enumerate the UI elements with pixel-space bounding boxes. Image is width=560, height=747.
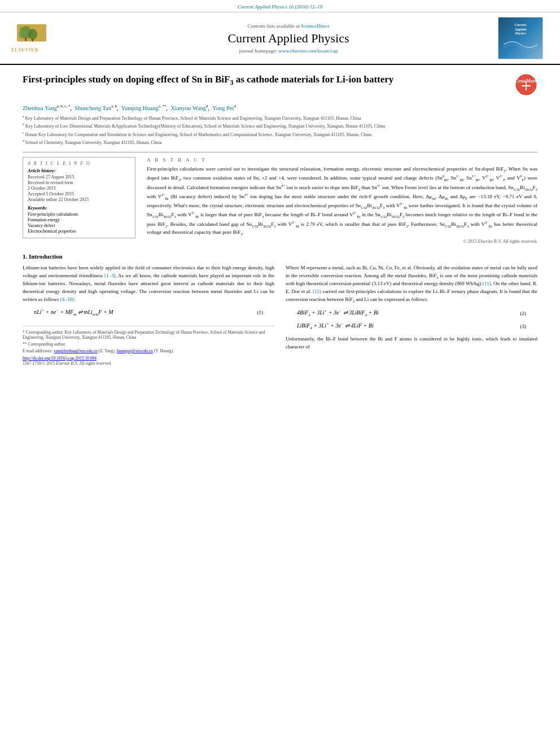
ref-11[interactable]: [11] xyxy=(483,281,491,286)
top-bar: Current Applied Physics 16 (2016) 12–19 xyxy=(0,0,560,12)
homepage-url[interactable]: www.elsevier.com/locate/cap xyxy=(278,48,338,54)
intro-para-1: Lithium-ion batteries have been widely a… xyxy=(23,264,274,304)
equation-2-block: 4BiF3 + 3Li+ + 3e− ⇌ 3LiBiF4 + Bi (2) xyxy=(297,309,526,317)
keywords-section: Keywords: First-principles calculations … xyxy=(28,206,130,234)
author-pei[interactable]: Yong Pei xyxy=(212,105,234,111)
author-yang[interactable]: Zhenhua Yang xyxy=(23,105,57,111)
equation-3-number: (3) xyxy=(520,324,527,329)
elsevier-logo: 🌿 ELSEVIER xyxy=(11,24,68,53)
email-yang[interactable]: yangzhenhua@xtu.edu.cn xyxy=(54,348,98,353)
homepage-text: journal homepage: xyxy=(239,48,277,54)
keyword-1: First-principles calculations xyxy=(28,212,130,217)
page: Current Applied Physics 16 (2016) 12–19 … xyxy=(0,0,560,747)
keyword-4: Electrochemical properties xyxy=(28,229,130,234)
info-abstract-section: A R T I C L E I N F O Article history: R… xyxy=(23,157,537,244)
science-direct-link[interactable]: ScienceDirect xyxy=(301,23,329,29)
email-note: E-mail addresses: yangzhenhua@xtu.edu.cn… xyxy=(23,348,274,353)
elsevier-logo-area: 🌿 ELSEVIER xyxy=(11,24,79,53)
svg-point-4 xyxy=(19,29,26,38)
body-left: Lithium-ion batteries have been widely a… xyxy=(23,264,274,368)
crossmark-logo: CrossMark xyxy=(515,73,537,96)
equation-3-block: LiBiF4 + 3Li+ + 3e− ⇌ 4LiF + Bi (3) xyxy=(297,322,526,330)
journal-header-center: Contents lists available at ScienceDirec… xyxy=(79,23,498,54)
received-revised-label: Received in revised form xyxy=(28,180,130,185)
abstract-title: A B S T R A C T xyxy=(147,157,537,163)
journal-header-right: Current Applied Physics xyxy=(498,17,549,59)
affil-c: c Hunan Key Laboratory for Computation a… xyxy=(23,130,537,138)
history-title: Article history: xyxy=(28,168,130,173)
journal-title: Current Applied Physics xyxy=(79,31,498,46)
introduction-section: 1. Introduction Lithium-ion batteries ha… xyxy=(23,253,537,368)
article-title: First-principles study on doping effect … xyxy=(23,73,393,88)
doi-anchor[interactable]: http://dx.doi.org/10.1016/j.cap.2015.10.… xyxy=(23,356,97,361)
abstract-column: A B S T R A C T First-principles calcula… xyxy=(147,157,537,244)
section-divider xyxy=(23,152,537,152)
body-two-col: Lithium-ion batteries have been widely a… xyxy=(23,264,537,368)
article-info-box: A R T I C L E I N F O Article history: R… xyxy=(23,157,135,238)
journal-thumb-text: Current Applied Physics xyxy=(515,23,527,36)
svg-rect-5 xyxy=(25,38,26,41)
abstract-body: First-principles calculations were carri… xyxy=(147,165,537,237)
corresponding-note-1: * Corresponding author. Key Laboratory o… xyxy=(23,330,274,340)
ref-4-10[interactable]: [4–10] xyxy=(60,296,74,302)
keyword-3: Vacancy defect xyxy=(28,223,130,228)
contents-available-line: Contents lists available at ScienceDirec… xyxy=(79,23,498,29)
authors-line: Zhenhua Yanga, b, c, *, Shuncheng Tana, … xyxy=(23,104,537,111)
journal-header: 🌿 ELSEVIER Contents lists available at S… xyxy=(0,12,560,65)
article-content: First-principles study on doping effect … xyxy=(0,65,560,376)
equation-2-number: (2) xyxy=(520,311,527,316)
article-title-section: First-principles study on doping effect … xyxy=(23,73,537,99)
author-wang[interactable]: Xianyou Wang xyxy=(170,105,206,111)
ref-1-3[interactable]: [1–3] xyxy=(104,273,116,278)
homepage-line: journal homepage: www.elsevier.com/locat… xyxy=(79,48,498,54)
intro-para-3: Unfortunately, the Bi–F bond between the… xyxy=(286,335,537,351)
affil-b: b Key Laboratory of Low Dimensional Mate… xyxy=(23,122,537,130)
ref-12[interactable]: [12] xyxy=(313,289,321,294)
svg-point-3 xyxy=(28,29,37,40)
author-tan[interactable]: Shuncheng Tan xyxy=(75,105,111,111)
svg-rect-6 xyxy=(32,38,33,41)
body-right: Where M represents a metal, such as Bi, … xyxy=(286,264,537,368)
crossmark-icon: CrossMark xyxy=(515,73,537,96)
article-footer: * Corresponding author. Key Laboratory o… xyxy=(23,326,274,366)
corresponding-note-2: ** Corresponding author. xyxy=(23,342,274,347)
elsevier-name: ELSEVIER xyxy=(11,47,38,53)
email-huang[interactable]: huangyq@xtu.edu.cn xyxy=(117,348,153,353)
affil-d: d School of Chemistry, Xiangtan Universi… xyxy=(23,138,537,146)
issn-line: 1567-1739/© 2015 Elsevier B.V. All right… xyxy=(23,361,274,366)
copyright-line: © 2015 Elsevier B.V. All rights reserved… xyxy=(147,239,537,244)
keyword-2: Formation energy xyxy=(28,217,130,222)
affiliations: a Key Laboratory of Materials Design and… xyxy=(23,114,537,147)
intro-para-2: Where M represents a metal, such as Bi, … xyxy=(286,264,537,304)
journal-thumbnail: Current Applied Physics xyxy=(498,17,543,59)
intro-title: 1. Introduction xyxy=(23,253,537,260)
equation-1-formula: nLi+ + ne− + MFm ⇌ mLin/mF + M xyxy=(34,308,113,317)
elsevier-tree-icon: 🌿 xyxy=(11,24,68,47)
thumb-decoration-icon xyxy=(504,36,537,53)
accepted-date: Accepted 5 October 2015 xyxy=(28,191,130,196)
equation-1-block: nLi+ + ne− + MFm ⇌ mLin/mF + M (1) xyxy=(34,308,263,317)
available-online: Available online 22 October 2015 xyxy=(28,197,130,202)
equation-3-formula: LiBiF4 + 3Li+ + 3e− ⇌ 4LiF + Bi xyxy=(297,322,374,330)
received-revised-date: 2 October 2015 xyxy=(28,186,130,191)
doi-link: http://dx.doi.org/10.1016/j.cap.2015.10.… xyxy=(23,356,274,361)
received-date: Received 27 August 2015 xyxy=(28,174,130,180)
author-huang[interactable]: Yunqing Huang xyxy=(121,105,159,111)
contents-text: Contents lists available at xyxy=(248,23,300,29)
article-info-column: A R T I C L E I N F O Article history: R… xyxy=(23,157,135,244)
journal-ref-link[interactable]: Current Applied Physics 16 (2016) 12–19 xyxy=(238,4,322,10)
keywords-title: Keywords: xyxy=(28,206,130,211)
equation-2-formula: 4BiF3 + 3Li+ + 3e− ⇌ 3LiBiF4 + Bi xyxy=(297,309,379,317)
equation-1-number: (1) xyxy=(257,309,264,315)
article-info-title: A R T I C L E I N F O xyxy=(28,161,130,166)
affil-a: a Key Laboratory of Materials Design and… xyxy=(23,114,537,122)
